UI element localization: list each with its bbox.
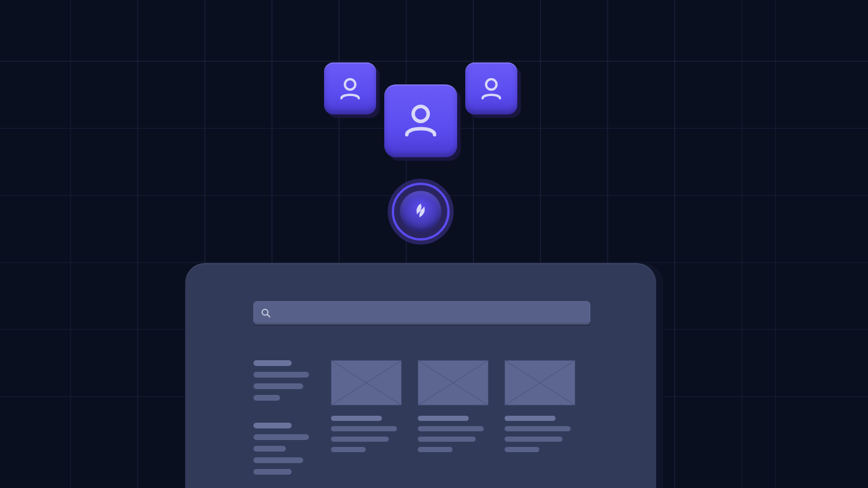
wireframe-card — [331, 360, 402, 488]
stub-line — [253, 423, 292, 428]
user-icon — [324, 62, 376, 114]
stub-line — [253, 360, 292, 366]
search-bar[interactable] — [253, 301, 590, 324]
svg-point-21 — [413, 106, 428, 121]
user-tile-right — [465, 62, 517, 114]
wireframe-card — [505, 360, 575, 488]
illustration-stage — [0, 0, 868, 488]
stub-line — [253, 446, 286, 452]
svg-point-20 — [486, 79, 496, 90]
wireframe-content — [253, 360, 590, 488]
svg-line-23 — [267, 315, 270, 317]
stub-line — [418, 447, 453, 452]
user-tile-left — [324, 62, 376, 114]
svg-point-19 — [345, 79, 355, 90]
stub-line — [505, 426, 571, 431]
brand-orb-ring — [392, 183, 450, 241]
image-placeholder — [505, 360, 575, 405]
user-icon — [465, 62, 517, 114]
browser-wireframe-panel — [185, 263, 656, 488]
wireframe-card — [418, 360, 488, 488]
stub-line — [331, 426, 397, 431]
stub-line — [331, 447, 366, 452]
image-placeholder — [331, 360, 402, 405]
stub-line — [331, 416, 382, 421]
wireframe-cards-row — [331, 360, 590, 488]
search-icon — [254, 301, 277, 324]
user-icon — [384, 84, 457, 157]
stub-line — [253, 434, 309, 440]
stub-line — [418, 437, 476, 442]
image-placeholder — [418, 360, 488, 405]
brand-orb — [388, 179, 453, 244]
stub-line — [253, 383, 303, 389]
stub-line — [418, 416, 469, 421]
stub-line — [505, 416, 556, 421]
stub-line — [253, 395, 280, 401]
stub-line — [253, 457, 303, 463]
stub-line — [505, 447, 539, 452]
user-tile-center — [384, 84, 457, 157]
stub-line — [253, 469, 292, 475]
leaf-icon — [412, 202, 429, 221]
stub-line — [418, 426, 484, 431]
stub-line — [253, 372, 309, 378]
brand-orb-inner — [400, 191, 442, 232]
wireframe-sidebar — [253, 360, 309, 488]
search-input[interactable] — [277, 302, 590, 324]
stub-line — [331, 437, 389, 442]
stub-line — [505, 437, 562, 442]
